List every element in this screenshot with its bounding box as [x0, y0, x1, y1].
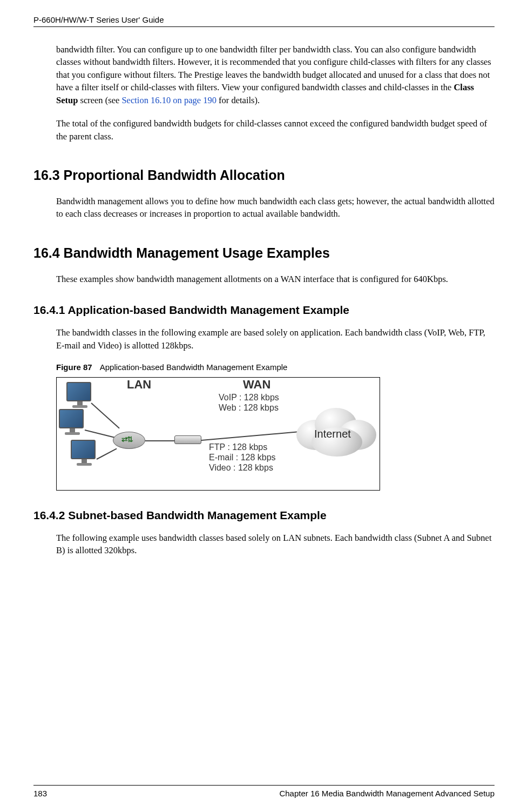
computer-icon	[59, 409, 86, 435]
section-16-4-1-body: The bandwidth classes in the following e…	[56, 326, 495, 491]
section-16-4-2-body: The following example uses bandwidth cla…	[56, 532, 495, 557]
chapter-label: Chapter 16 Media Bandwidth Management Ad…	[279, 789, 495, 798]
modem-icon	[174, 435, 201, 444]
intro-paragraph-1: bandwidth filter. You can configure up t…	[56, 43, 495, 106]
text: bandwidth filter. You can configure up t…	[56, 44, 491, 92]
text: screen (see	[78, 95, 121, 105]
figure-87-caption: Figure 87Application-based Bandwidth Man…	[56, 363, 495, 372]
bandwidth-labels-bottom: FTP : 128 kbps E-mail : 128 kbps Video :…	[209, 442, 276, 473]
internet-label: Internet	[314, 428, 351, 440]
computer-icon	[66, 382, 93, 408]
heading-16-4-1: 16.4.1 Application-based Bandwidth Manag…	[33, 304, 495, 317]
body-content: bandwidth filter. You can configure up t…	[56, 43, 495, 143]
heading-16-4: 16.4 Bandwidth Management Usage Examples	[33, 245, 495, 261]
heading-16-3: 16.3 Proportional Bandwidth Allocation	[33, 167, 495, 183]
network-line	[145, 440, 175, 441]
network-line	[85, 430, 116, 438]
lan-label: LAN	[127, 378, 151, 392]
section-16-4-1-para: The bandwidth classes in the following e…	[56, 326, 495, 352]
network-line	[91, 402, 119, 428]
text: for details).	[216, 95, 260, 105]
heading-16-4-2: 16.4.2 Subnet-based Bandwidth Management…	[33, 509, 495, 522]
section-16-4-para: These examples show bandwidth management…	[56, 273, 495, 285]
section-16-3-body: Bandwidth management allows you to defin…	[56, 195, 495, 220]
section-16-4-2-para: The following example uses bandwidth cla…	[56, 532, 495, 557]
computer-icon	[71, 440, 98, 466]
figure-title: Application-based Bandwidth Management E…	[100, 363, 288, 372]
page: P-660H/HW/W-T Series User' Guide bandwid…	[0, 0, 528, 568]
section-16-10-link[interactable]: Section 16.10 on page 190	[121, 95, 216, 105]
intro-paragraph-2: The total of the configured bandwidth bu…	[56, 117, 495, 143]
page-footer: 183 Chapter 16 Media Bandwidth Managemen…	[33, 785, 495, 798]
figure-number: Figure 87	[56, 363, 92, 372]
page-number: 183	[33, 789, 47, 798]
wan-label: WAN	[243, 378, 270, 392]
header-title: P-660H/HW/W-T Series User' Guide	[33, 15, 164, 24]
router-icon: ⇄⇅	[113, 432, 145, 454]
section-16-3-para: Bandwidth management allows you to defin…	[56, 195, 495, 220]
page-header: P-660H/HW/W-T Series User' Guide	[33, 15, 495, 27]
section-16-4-body: These examples show bandwidth management…	[56, 273, 495, 285]
network-line	[201, 431, 301, 441]
figure-87-diagram: LAN WAN ⇄⇅ VoIP : 128 kbps Web : 128 kbp…	[56, 377, 380, 491]
internet-cloud-icon: Internet	[296, 404, 377, 458]
bandwidth-labels-top: VoIP : 128 kbps Web : 128 kbps	[219, 393, 279, 413]
